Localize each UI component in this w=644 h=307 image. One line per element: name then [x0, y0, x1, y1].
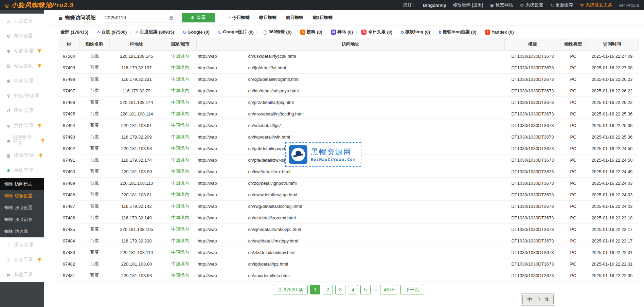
sidebar-item[interactable]: ▣ 内容管理: [0, 73, 44, 88]
spider-filter-chip[interactable]: 全部 (178435): [60, 29, 88, 35]
sidebar-item[interactable]: ⇄ 其他工具: [0, 267, 44, 282]
pagination-item[interactable]: 下一页: [400, 285, 424, 294]
sidebar-item[interactable]: ψ 插件管理: [0, 118, 44, 133]
spider-filter-chip[interactable]: G Google (0): [174, 30, 210, 35]
page-title: ≣ 蜘蛛访问明细: [58, 15, 96, 21]
cell-geo: 中国境内: [164, 212, 196, 223]
sidebar-item[interactable]: ◔ 缓存管理: [0, 237, 44, 252]
system-settings-link[interactable]: ⚙ 系统设置: [520, 2, 543, 8]
cell-ip: 220.181.108.144: [109, 96, 164, 108]
cell-template: DT1030/1030DT3673: [505, 73, 561, 85]
sidebar-item-icon: ◀: [6, 138, 10, 143]
cell-id: 97482: [58, 258, 79, 270]
cell-spider-name: 百度: [79, 96, 109, 108]
cell-template: DT1030/1030DT3673: [505, 120, 561, 131]
repair-tool-link[interactable]: ⚒ 系统修复工具: [580, 2, 612, 8]
spider-brand-icon: S: [300, 30, 305, 35]
cell-spider-type: PC: [561, 143, 586, 154]
ime-glyph[interactable]: 中: [527, 296, 532, 303]
sidebar-item[interactable]: ↺ 采集管理: [0, 103, 44, 118]
sidebar-item[interactable]: ⚲ 外链/关键词: [0, 88, 44, 103]
url-prefix: http://wap: [198, 227, 217, 232]
cell-visit-time: 2025-01-16 22:24:03: [586, 189, 639, 200]
pagination-item[interactable]: 4: [348, 285, 358, 294]
day-link[interactable]: 前日蜘蛛: [281, 15, 308, 21]
spider-filter-chip[interactable]: 神 神马 (0): [322, 29, 353, 35]
cell-spider-type: PC: [561, 270, 586, 281]
sidebar-item[interactable]: 蜘蛛·访问日志: [0, 178, 44, 190]
spider-filter-chip[interactable]: ∴ 百度 (97500): [88, 29, 127, 35]
view-button[interactable]: ⊕ 查看: [182, 13, 215, 22]
cell-ip: 116.179.32.231: [109, 73, 164, 85]
cell-visit-url: http://wapcn/aux/detail/cfp.html: [196, 270, 505, 281]
url-suffix: cn/rwg/detail/axblcmqjl.html: [248, 204, 302, 209]
cell-spider-name: 百度: [79, 189, 109, 200]
ime-toolbar[interactable]: 中 ☽ ⇅: [522, 295, 554, 304]
url-prefix: http://wap: [198, 88, 217, 93]
spider-filter-chip[interactable]: S 搜狗 (0): [291, 29, 322, 35]
sidebar-item[interactable]: 蜘蛛·防火墙: [0, 225, 44, 237]
url-prefix: http://wap: [198, 146, 217, 151]
day-link[interactable]: 前2日蜘蛛: [308, 15, 337, 21]
sidebar-item-icon: ⌂: [6, 19, 11, 24]
sidebar-item-label: 蜘蛛·强引设置: [4, 205, 32, 211]
sidebar-item[interactable]: ⚙ 核心设置: [0, 29, 44, 43]
sidebar-item-label: 蜘蛛·防火墙: [4, 229, 28, 235]
cell-geo: 中国境内: [164, 177, 196, 189]
spider-filter-chip[interactable]: ∴ 百度渲染 (80935): [127, 29, 174, 35]
calendar-icon[interactable]: ▦: [169, 15, 173, 20]
url-suffix: cn/mxw/detail/njftocdhg.html: [248, 111, 303, 116]
pagination-item[interactable]: 4875: [380, 285, 398, 294]
ime-glyph[interactable]: ⇅: [544, 296, 549, 303]
ime-glyph[interactable]: ☽: [536, 296, 540, 303]
day-link[interactable]: ◔ 今日蜘蛛: [223, 15, 254, 21]
spiral-logo-icon: ◎: [5, 2, 10, 8]
table-header-cell: 访问时间: [586, 38, 639, 50]
sidebar-item[interactable]: 蜘蛛·强引记录: [0, 214, 44, 225]
table-header-cell: 访问地址: [196, 38, 505, 50]
day-link[interactable]: 昨日蜘蛛: [254, 15, 281, 21]
pagination-item[interactable]: ...: [373, 285, 378, 294]
url-suffix: cn/aux/detail/cfp.html: [248, 273, 289, 278]
sidebar-item[interactable]: ☉ 安全工具: [0, 252, 44, 267]
cell-geo: 中国境内: [164, 96, 196, 108]
sidebar-item[interactable]: 蜘蛛·综合设置 ↑: [0, 190, 44, 202]
sidebar-item[interactable]: ◀ 链接推送工具: [0, 133, 44, 148]
sidebar-item[interactable]: ⌂ 后台首页: [0, 14, 44, 29]
url-suffix: cn/sjm/detail/umfiovpc.html: [248, 227, 301, 232]
cell-spider-type: PC: [561, 247, 586, 258]
preview-site-link[interactable]: ◉ 预览网站: [490, 2, 513, 8]
cell-spider-name: 百度: [79, 73, 109, 85]
sidebar-item[interactable]: 蜘蛛·强引设置 ↑: [0, 202, 44, 214]
spider-filter-chip[interactable]: b 微软bing (0): [392, 29, 430, 35]
sidebar-item[interactable]: ✱ 蜘蛛管理: [0, 163, 44, 178]
cell-template: DT1030/1030DT3673: [505, 235, 561, 247]
sidebar-item-icon: ✱: [6, 168, 11, 173]
spider-filter-chip[interactable]: ◯ 360蜘蛛 (0): [254, 29, 292, 35]
sidebar-item-label: 采集管理: [14, 108, 33, 114]
pagination-item[interactable]: 1: [310, 285, 320, 294]
cell-geo: 中国境内: [164, 143, 196, 154]
spider-filter-chip[interactable]: G Google图片 (0): [210, 29, 254, 35]
url-prefix: http://wap: [198, 181, 217, 186]
update-cache-link[interactable]: ↻ 更新缓存: [550, 2, 573, 8]
pagination-item[interactable]: 3: [335, 285, 345, 294]
app-brand: ◎ 小旋风蜘蛛池Pro2.9: [5, 1, 74, 10]
sidebar-item[interactable]: ▦ 模板/区块: [0, 148, 44, 163]
cell-spider-name: 百度: [79, 166, 109, 177]
url-suffix: cn/ias/detail/sdspeyu.html: [248, 88, 299, 93]
change-password-link[interactable]: 修改密码 [退出]: [453, 2, 483, 8]
cell-spider-type: PC: [561, 120, 586, 131]
date-input[interactable]: [102, 13, 176, 22]
cell-spider-type: PC: [561, 62, 586, 73]
pagination-item[interactable]: 共 97500 条: [273, 285, 308, 294]
spider-filter-chip[interactable]: b 微软bing渲染 (0): [430, 29, 477, 35]
cell-visit-time: 2025-01-16 22:25:36: [586, 120, 639, 131]
sidebar-item[interactable]: ☻ 站群管理: [0, 43, 44, 58]
sidebar-item[interactable]: ▤ 站点优化: [0, 58, 44, 73]
cell-ip: 220.181.108.105: [109, 223, 164, 235]
spider-filter-chip[interactable]: Y Yandex (0): [477, 30, 514, 35]
pagination-item[interactable]: 5: [360, 285, 371, 294]
spider-filter-chip[interactable]: 头 今日头条 (0): [353, 29, 392, 35]
pagination-item[interactable]: 2: [323, 285, 333, 294]
